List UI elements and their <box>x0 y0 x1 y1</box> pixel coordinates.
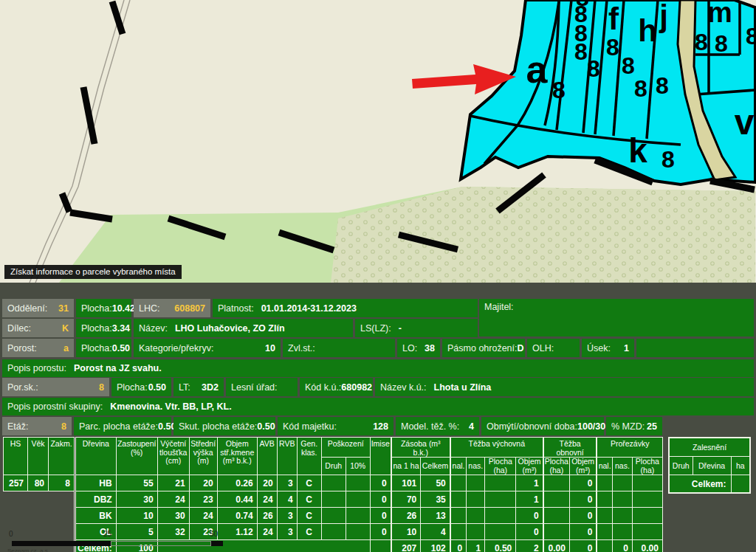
table-cell: 0 <box>370 524 391 540</box>
table-cell: 2 <box>516 540 543 552</box>
field-porost: Porost:a <box>2 339 74 357</box>
zalesneni-table-wrap: Zalesnění Druh Dřevina ha Celkem: <box>668 437 751 494</box>
table-cell: 0 <box>569 524 597 540</box>
field-blank <box>636 339 754 357</box>
field-plocha-oddeleni: Plocha:10.42 <box>76 299 131 317</box>
table-cell: 20 <box>257 475 277 491</box>
stand-number-label: 8 <box>662 146 675 173</box>
field-porsk: Por.sk.:8 <box>2 378 109 396</box>
field-etaz: Etáž:8 <box>2 417 72 435</box>
col-header: Věk <box>28 438 49 475</box>
col-subheader: Plocha (ha) <box>485 458 516 475</box>
table-row: DBZ3024230.44244C0703510 <box>4 491 663 508</box>
table-cell <box>370 540 391 552</box>
col-header: Imise <box>370 438 391 475</box>
table-cell <box>467 491 485 508</box>
col-header: Prořezávky <box>597 438 662 458</box>
table-cell <box>543 491 570 508</box>
table-cell <box>485 475 516 491</box>
parcel-label-a[interactable]: a <box>526 48 549 91</box>
table-cell <box>321 524 346 540</box>
table-cell: 30 <box>116 491 157 508</box>
table-cell: 0.44 <box>217 491 257 508</box>
field-nazev: Název:LHO Luhačovice, ZO Zlín <box>134 319 353 337</box>
table-cell <box>450 508 467 524</box>
field-plocha-dilec: Plocha:3.34 <box>76 319 131 337</box>
parcel-label-m[interactable]: m <box>707 0 732 28</box>
col-subheader: Celkem <box>421 458 450 475</box>
stand-number-label: 8 <box>715 30 728 57</box>
table-cell: 257 <box>4 475 28 491</box>
field-skut-plocha: Skut. plocha etáže:0.50 <box>173 417 275 435</box>
table-cell <box>612 508 632 524</box>
table-cell: 26 <box>391 508 421 524</box>
table-cell <box>467 508 485 524</box>
zalesneni-title: Zalesnění <box>669 438 750 457</box>
parcel-label-f[interactable]: f <box>608 1 619 36</box>
table-cell: 23 <box>189 491 217 508</box>
table-cell <box>4 508 75 524</box>
map-tooltip: Získat informace o parcele vybraného mís… <box>4 265 182 279</box>
table-cell: 0 <box>569 508 597 524</box>
table-cell: 0 <box>516 524 543 540</box>
col-header: Střední výška (m) <box>189 438 217 475</box>
field-parc-plocha: Parc. plocha etáže:0.50 <box>74 417 171 435</box>
table-cell: C <box>297 475 321 491</box>
table-cell: 101 <box>391 475 421 491</box>
table-cell: 3 <box>277 508 297 524</box>
zalesneni-col-drevina: Dřevina <box>693 457 731 475</box>
table-cell: 55 <box>116 475 157 491</box>
table-cell: 0.00 <box>632 540 662 552</box>
table-cell: 20 <box>189 475 217 491</box>
table-cell: 10 <box>116 508 157 524</box>
table-cell <box>467 475 485 491</box>
table-cell <box>597 540 612 552</box>
zalesneni-col-ha: ha <box>731 457 750 475</box>
table-cell: 0 <box>370 491 391 508</box>
table-cell: 24 <box>257 491 277 508</box>
col-header: Objem stř.kmene (m³ b.k.) <box>217 438 257 475</box>
parcel-label-k[interactable]: k <box>628 131 647 170</box>
field-lo: LO:38 <box>397 339 440 357</box>
col-subheader: na 1 ha <box>391 458 421 475</box>
table-cell: 24 <box>189 508 217 524</box>
scale-tick-0: 0 <box>9 530 13 538</box>
field-zvlst: Zvl.st.: <box>283 339 395 357</box>
table-cell <box>467 524 485 540</box>
table-cell: 1 <box>516 491 543 508</box>
field-kod-majetku: Kód majetku:128 <box>278 417 394 435</box>
parcel-label-j[interactable]: j <box>659 0 668 33</box>
table-cell: 0 <box>569 475 597 491</box>
col-subheader: Plocha (ha) <box>632 458 662 475</box>
table-cell: 0 <box>612 540 632 552</box>
table-cell: 50 <box>421 475 450 491</box>
table-cell: 0 <box>370 475 391 491</box>
table-cell <box>321 508 346 524</box>
table-row: 257808HB5521200.26203C01015010 <box>4 475 663 491</box>
zalesneni-total-label: Celkem: <box>669 475 731 494</box>
parcel-label-v[interactable]: v <box>735 103 755 142</box>
table-cell: 0 <box>516 508 543 524</box>
map-canvas[interactable]: afhjkvm88888888888888 <box>0 0 756 283</box>
col-header: Zastoupení (%) <box>116 438 157 475</box>
table-cell: 1 <box>516 475 543 491</box>
table-cell: 8 <box>49 475 75 491</box>
col-header: RVB <box>277 438 297 475</box>
field-usek: Úsek:1 <box>582 339 634 357</box>
scale-tick-25: 25 <box>103 530 111 538</box>
field-popis-porostu: Popis porostu:Porost na JZ svahu. <box>2 359 754 377</box>
table-cell <box>4 491 75 508</box>
col-header: Těžba obnovní <box>543 438 597 458</box>
parcel-label-h[interactable]: h <box>638 13 657 48</box>
table-cell: C <box>297 491 321 508</box>
col-header: Zásoba (m³ b.k.) <box>391 438 450 458</box>
table-cell <box>346 475 370 491</box>
table-cell: 1 <box>467 540 485 552</box>
table-cell <box>485 491 516 508</box>
map-attribution: Seznam.cz, a.s. <box>7 548 49 552</box>
col-subheader: nas. <box>467 458 485 475</box>
stand-number-label: 8 <box>622 52 635 79</box>
field-mzd: % MZD:25 <box>606 417 662 435</box>
zalesneni-col-druh: Druh <box>669 457 693 475</box>
table-cell: 26 <box>257 508 277 524</box>
